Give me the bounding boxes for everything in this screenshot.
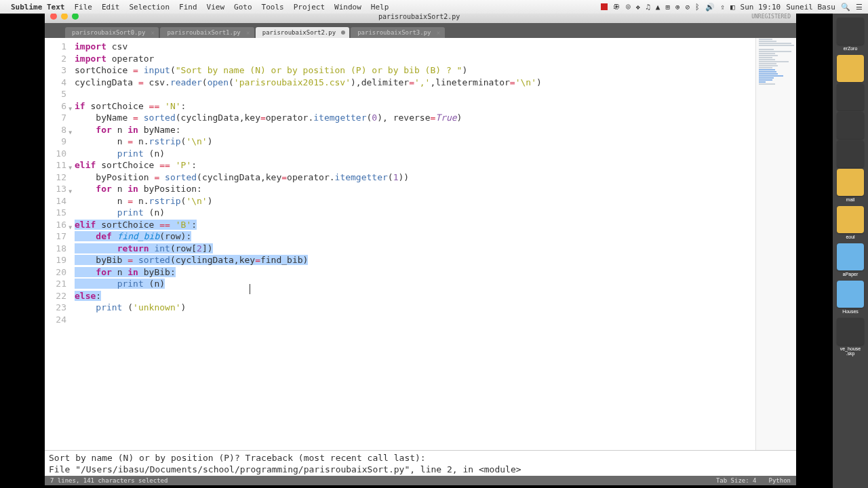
menu-edit[interactable]: Edit (102, 3, 120, 12)
desktop-label: mail (833, 197, 868, 202)
console-line: Sort by name (N) or by position (P)? Tra… (49, 452, 792, 464)
tabbar: parisroubaixSort0.py× parisroubaixSort1.… (45, 23, 796, 38)
desktop-label: .skp (833, 351, 868, 356)
tab-active[interactable]: parisroubaixSort2.py (256, 27, 349, 38)
bluetooth-icon[interactable]: ᛒ (695, 3, 700, 12)
status-icon[interactable]: ♫ (646, 3, 650, 12)
text-cursor (250, 284, 250, 294)
menu-file[interactable]: File (74, 3, 92, 12)
record-icon[interactable] (601, 3, 608, 10)
desktop-item[interactable] (837, 318, 864, 345)
minimize-button[interactable] (61, 13, 68, 20)
desktop-label: aPaper (833, 272, 868, 277)
menu-tools[interactable]: Tools (262, 3, 284, 12)
tab[interactable]: parisroubaixSort1.py× (160, 27, 254, 38)
volume-icon[interactable]: 🔊 (705, 3, 715, 12)
status-icon[interactable]: ֍ (613, 3, 620, 12)
status-icon[interactable]: ⊕ (675, 3, 680, 12)
tab-close-icon[interactable]: × (246, 29, 250, 37)
menu-window[interactable]: Window (334, 3, 361, 12)
tab-size[interactable]: Tab Size: 4 (716, 477, 757, 484)
tab-close-icon[interactable]: × (151, 29, 155, 37)
status-icon[interactable]: ⌾ (626, 3, 631, 12)
battery-icon[interactable]: ◧ (730, 3, 735, 12)
maximize-button[interactable] (72, 13, 79, 20)
close-button[interactable] (50, 13, 57, 20)
tab[interactable]: parisroubaixSort3.py× (351, 27, 444, 38)
menu-selection[interactable]: Selection (129, 3, 170, 12)
desktop-item[interactable] (837, 140, 864, 167)
build-output[interactable]: Sort by name (N) or by position (P)? Tra… (45, 450, 796, 476)
status-icon[interactable]: ❖ (636, 3, 641, 12)
desktop-item[interactable] (837, 18, 864, 45)
tab-close-icon[interactable]: × (436, 29, 440, 37)
macos-menubar: Sublime Text File Edit Selection Find Vi… (0, 0, 868, 14)
code-area[interactable]: import csv import operator sortChoice = … (71, 38, 796, 450)
app-menu[interactable]: Sublime Text (11, 3, 64, 12)
desktop-item[interactable] (837, 206, 864, 233)
wifi-icon[interactable]: ⇪ (720, 3, 725, 12)
menu-goto[interactable]: Goto (234, 3, 252, 12)
desktop-label: erZoro (833, 46, 868, 51)
desktop-item[interactable] (837, 55, 864, 82)
desktop-item[interactable] (837, 243, 864, 270)
unregistered-label: UNREGISTERED (751, 14, 791, 20)
status-icon[interactable]: ⊞ (665, 3, 670, 12)
sublime-window: parisroubaixSort2.py UNREGISTERED parisr… (45, 9, 796, 485)
console-line: File "/Users/ibasu/Documents/school/prog… (49, 464, 792, 475)
spotlight-icon[interactable]: 🔍 (841, 3, 850, 12)
menu-project[interactable]: Project (294, 3, 325, 12)
status-icon[interactable]: ▲ (656, 3, 660, 12)
desktop-label: eoul (833, 235, 868, 239)
desktop-item[interactable] (837, 169, 864, 196)
dirty-icon (341, 30, 345, 35)
desktop-item[interactable] (837, 281, 864, 308)
window-title: parisroubaixSort2.py (378, 13, 460, 20)
desktop-item[interactable] (837, 83, 864, 110)
desktop-label: Houses (833, 309, 868, 314)
selection-status: 7 lines, 141 characters selected (50, 477, 167, 484)
user-name[interactable]: Suneil Basu (786, 3, 835, 12)
menu-find[interactable]: Find (179, 3, 197, 12)
traffic-lights (50, 13, 79, 20)
statusbar: 7 lines, 141 characters selected Tab Siz… (45, 476, 796, 485)
menu-view[interactable]: View (207, 3, 225, 12)
editor: 12345 6▼ 7 8▼ 910 11▼ 12 13▼ 1415 16▼ 17… (45, 38, 796, 450)
minimap[interactable] (755, 38, 796, 450)
desktop-item[interactable] (837, 112, 864, 139)
desktop-icons: erZoro mail eoul aPaper Houses ve_house … (833, 14, 868, 488)
gutter[interactable]: 12345 6▼ 7 8▼ 910 11▼ 12 13▼ 1415 16▼ 17… (45, 38, 71, 450)
menu-icon[interactable]: ☰ (856, 3, 863, 12)
tab[interactable]: parisroubaixSort0.py× (65, 27, 159, 38)
desktop-label: ve_house (833, 346, 868, 351)
menu-help[interactable]: Help (371, 3, 389, 12)
menubar-right: ֍ ⌾ ❖ ♫ ▲ ⊞ ⊕ ⊘ ᛒ 🔊 ⇪ ◧ Sun 19:10 Suneil… (601, 3, 863, 12)
syntax-label[interactable]: Python (768, 477, 791, 484)
status-icon[interactable]: ⊘ (686, 3, 690, 12)
clock[interactable]: Sun 19:10 (741, 3, 781, 12)
